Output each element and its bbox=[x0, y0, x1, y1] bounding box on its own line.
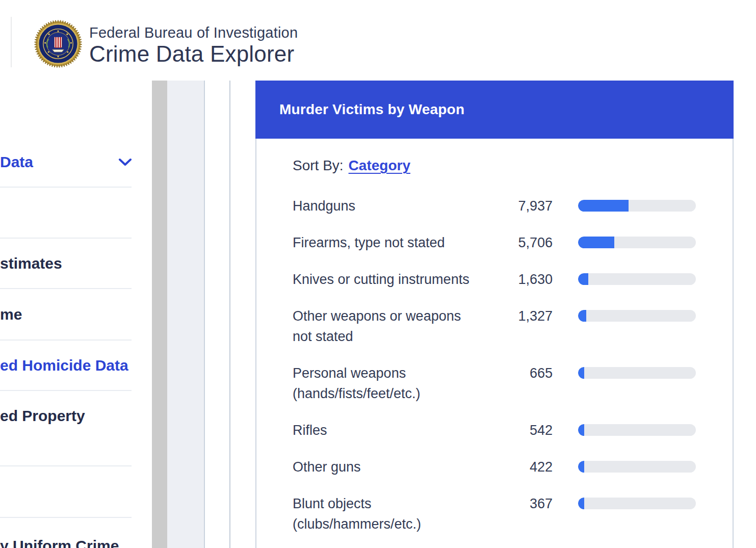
weapon-label: Knives or cutting instruments bbox=[293, 269, 485, 290]
weapon-row: Blunt objects(clubs/hammers/etc.) 367 bbox=[293, 493, 733, 548]
weapon-bar bbox=[578, 273, 696, 285]
sort-by-label: Sort By: bbox=[293, 158, 344, 173]
weapon-bar-fill bbox=[578, 237, 614, 248]
sidebar-item-label: y Uniform Crime bbox=[0, 537, 119, 548]
weapon-label: Firearms, type not stated bbox=[293, 232, 485, 253]
weapon-bar-fill bbox=[578, 310, 586, 322]
weapon-count: 5,706 bbox=[485, 232, 553, 253]
fbi-seal-logo bbox=[34, 18, 82, 69]
weapon-bar bbox=[578, 367, 696, 379]
sidebar-scrollbar[interactable] bbox=[152, 81, 167, 548]
weapon-count: 7,937 bbox=[485, 196, 553, 216]
weapon-label: Personal weapons(hands/fists/feet/etc.) bbox=[293, 363, 485, 404]
weapon-label: Rifles bbox=[293, 420, 485, 440]
card-body: Sort By:Category Handguns 7,937 Firearms… bbox=[255, 139, 734, 548]
weapon-bar-fill bbox=[578, 273, 588, 285]
sidebar-item[interactable]: y Uniform Crime bbox=[0, 518, 152, 548]
weapon-bar-fill bbox=[578, 200, 629, 212]
weapon-row: Knives or cutting instruments 1,630 bbox=[293, 269, 733, 306]
weapon-bar bbox=[578, 237, 696, 248]
weapon-row: Rifles 542 bbox=[293, 420, 733, 457]
weapon-row: Other guns 422 bbox=[293, 457, 733, 493]
sidebar-item-label: stimates bbox=[0, 255, 62, 272]
weapon-bar bbox=[578, 498, 696, 509]
weapon-count: 665 bbox=[485, 363, 553, 383]
page: Federal Bureau of Investigation Crime Da… bbox=[0, 0, 756, 548]
weapon-bar bbox=[578, 200, 696, 212]
vertical-divider bbox=[229, 81, 230, 548]
weapon-label: Blunt objects(clubs/hammers/etc.) bbox=[293, 493, 485, 534]
weapon-bar bbox=[578, 461, 696, 473]
weapon-row: Other weapons or weaponsnot stated 1,327 bbox=[293, 306, 733, 363]
masthead: Federal Bureau of Investigation Crime Da… bbox=[0, 0, 756, 81]
sidebar-item-label: me bbox=[0, 306, 22, 323]
weapon-bar-fill bbox=[578, 461, 584, 473]
weapon-bar bbox=[578, 424, 696, 436]
weapon-bar-fill bbox=[578, 424, 584, 436]
weapon-count: 1,327 bbox=[485, 306, 553, 326]
weapon-label: Other guns bbox=[293, 457, 485, 477]
weapon-bar-fill bbox=[578, 498, 584, 509]
sidebar-item[interactable]: Data bbox=[0, 138, 152, 187]
sidebar-item-label: ed Homicide Data bbox=[0, 357, 128, 374]
masthead-divider bbox=[11, 17, 12, 67]
card-title: Murder Victims by Weapon bbox=[279, 101, 464, 118]
weapon-rows: Handguns 7,937 Firearms, type not stated… bbox=[293, 196, 733, 548]
collapsed-rail bbox=[167, 81, 205, 548]
weapon-bar bbox=[578, 310, 696, 322]
weapon-row: Personal weapons(hands/fists/feet/etc.) … bbox=[293, 363, 733, 420]
weapon-count: 542 bbox=[485, 420, 553, 440]
card-header: Murder Victims by Weapon bbox=[255, 81, 734, 139]
chevron-down-icon bbox=[118, 158, 132, 166]
sidebar-nav: Datastimatesmeed Homicide Dataed Propert… bbox=[0, 138, 152, 548]
weapon-row: Firearms, type not stated 5,706 bbox=[293, 232, 733, 269]
sidebar-item[interactable] bbox=[0, 466, 152, 517]
app-title: Crime Data Explorer bbox=[89, 41, 298, 67]
weapon-count: 367 bbox=[485, 493, 553, 514]
weapon-row: Handguns 7,937 bbox=[293, 196, 733, 232]
sidebar-item-label: Data bbox=[0, 153, 33, 171]
weapon-label: Other weapons or weaponsnot stated bbox=[293, 306, 485, 347]
sidebar-item[interactable]: ed Homicide Data bbox=[0, 341, 152, 390]
sidebar-item[interactable] bbox=[0, 188, 152, 238]
murder-victims-card: Murder Victims by Weapon Sort By:Categor… bbox=[255, 81, 734, 548]
weapon-count: 1,630 bbox=[485, 269, 553, 290]
sort-by-row: Sort By:Category bbox=[293, 157, 733, 174]
weapon-label: Handguns bbox=[293, 196, 485, 216]
sidebar-item[interactable]: ed Property bbox=[0, 391, 152, 465]
weapon-count: 422 bbox=[485, 457, 553, 477]
sort-by-category-link[interactable]: Category bbox=[349, 158, 410, 173]
agency-name: Federal Bureau of Investigation bbox=[89, 24, 298, 41]
sidebar-item[interactable]: stimates bbox=[0, 239, 152, 288]
sidebar-item-label: ed Property bbox=[0, 407, 85, 425]
sidebar-item[interactable]: me bbox=[0, 289, 152, 340]
weapon-bar-fill bbox=[578, 367, 584, 379]
